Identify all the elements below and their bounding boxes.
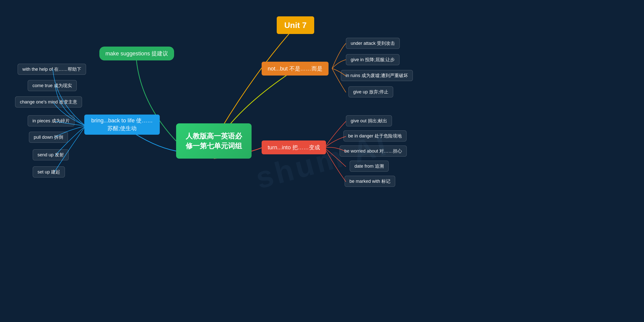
- right-notbut-2: in ruins 成为废墟;遭到严重破坏: [341, 70, 413, 81]
- bringback-node: bring...back to life 使……苏醒;使生动: [84, 115, 160, 135]
- turninto-node: turn...into 把……变成: [262, 140, 326, 154]
- left-node-3: in pieces 成为碎片: [28, 115, 74, 126]
- center-node: 人教版高一英语必修一第七单元词组: [176, 123, 252, 159]
- right-notbut-1: give in 投降;屈服;让步: [346, 54, 399, 65]
- right-turninto-1: be in danger 处于危险境地: [343, 130, 407, 141]
- right-turninto-2: be worried about 对……担心: [340, 146, 407, 157]
- unit7-node: Unit 7: [277, 16, 314, 34]
- right-turninto-4: be marked with 标记: [345, 176, 395, 187]
- right-turninto-3: date from 追溯: [350, 161, 389, 172]
- right-notbut-3: give up 放弃;停止: [348, 86, 393, 97]
- suggestions-node: make suggestions 提建议: [99, 47, 174, 60]
- left-node-6: set up 建起: [33, 166, 65, 177]
- left-node-4: pull down 拆倒: [29, 132, 68, 143]
- left-node-1: come true 成为现实: [28, 80, 77, 91]
- left-node-5: send up 发射: [33, 149, 69, 160]
- right-turninto-0: give out 捐出;献出: [346, 115, 392, 126]
- left-node-2: change one's mind 改变主意: [15, 96, 82, 108]
- right-notbut-0: under attack 受到攻击: [346, 38, 400, 49]
- notbut-node: not...but 不是……而是: [262, 62, 329, 76]
- left-node-0: with the help of 在……帮助下: [18, 64, 86, 75]
